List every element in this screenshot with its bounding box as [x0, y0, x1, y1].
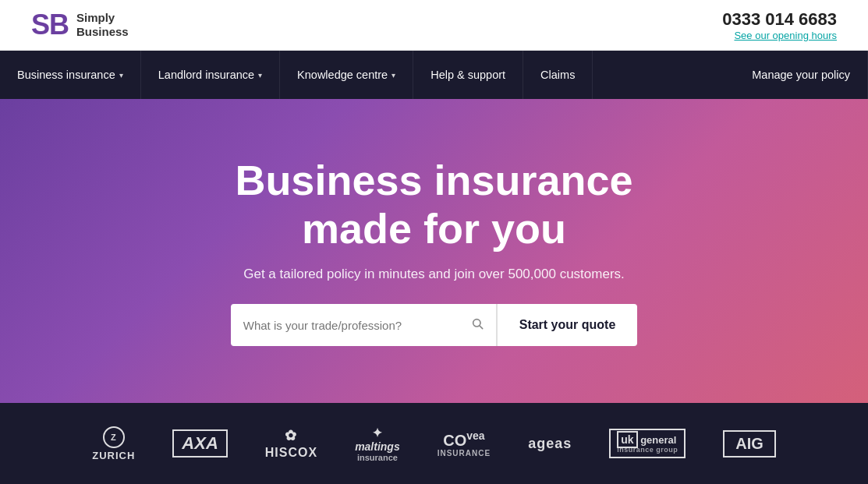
maltings-icon: ✦	[372, 426, 382, 440]
chevron-down-icon: ▾	[258, 71, 262, 79]
zurich-circle-icon: Z	[103, 426, 125, 448]
nav-item-manage-policy[interactable]: Manage your policy	[735, 51, 868, 99]
logo-area[interactable]: SB Simply Business	[31, 11, 129, 39]
partner-zurich: Z ZURICH	[92, 426, 135, 461]
nav-item-claims[interactable]: Claims	[523, 51, 593, 99]
partner-axa: AXA	[172, 429, 227, 458]
logo-sb-icon: SB	[31, 11, 69, 39]
svg-line-1	[480, 326, 483, 329]
chevron-down-icon: ▾	[119, 71, 123, 79]
hero-title: Business insurance made for you	[235, 156, 632, 253]
nav-item-knowledge-centre[interactable]: Knowledge centre ▾	[280, 51, 413, 99]
start-quote-button[interactable]: Start your quote	[496, 304, 638, 346]
search-icon	[471, 317, 484, 333]
partner-hiscox: ✿ HISCOX	[265, 427, 317, 460]
partner-ageas: ageas	[528, 436, 572, 452]
navbar: Business insurance ▾ Landlord insurance …	[0, 51, 868, 99]
nav-item-business-insurance[interactable]: Business insurance ▾	[0, 51, 141, 99]
hero-subtitle: Get a tailored policy in minutes and joi…	[243, 267, 625, 282]
search-wrapper	[231, 304, 496, 346]
partner-maltings: ✦ maltings insurance	[355, 426, 400, 462]
partners-bar: Z ZURICH AXA ✿ HISCOX ✦ maltings insuran…	[0, 403, 868, 484]
partner-covea: COvea INSURANCE	[438, 429, 491, 458]
hero-search-row: Start your quote	[231, 304, 638, 346]
header: SB Simply Business 0333 014 6683 See our…	[0, 0, 868, 51]
partner-aig: AIG	[723, 430, 776, 458]
nav-item-help-support[interactable]: Help & support	[413, 51, 523, 99]
logo-text: Simply Business	[76, 11, 129, 39]
trade-search-input[interactable]	[243, 319, 466, 332]
chevron-down-icon: ▾	[391, 71, 395, 79]
hiscox-leaf-icon: ✿	[285, 427, 297, 444]
partner-ukgeneral: uk general insurance group	[609, 429, 686, 458]
contact-area: 0333 014 6683 See our opening hours	[722, 9, 837, 41]
nav-item-landlord-insurance[interactable]: Landlord insurance ▾	[141, 51, 280, 99]
phone-number: 0333 014 6683	[722, 9, 837, 30]
opening-hours-link[interactable]: See our opening hours	[722, 30, 837, 41]
hero-section: Business insurance made for you Get a ta…	[0, 99, 868, 403]
